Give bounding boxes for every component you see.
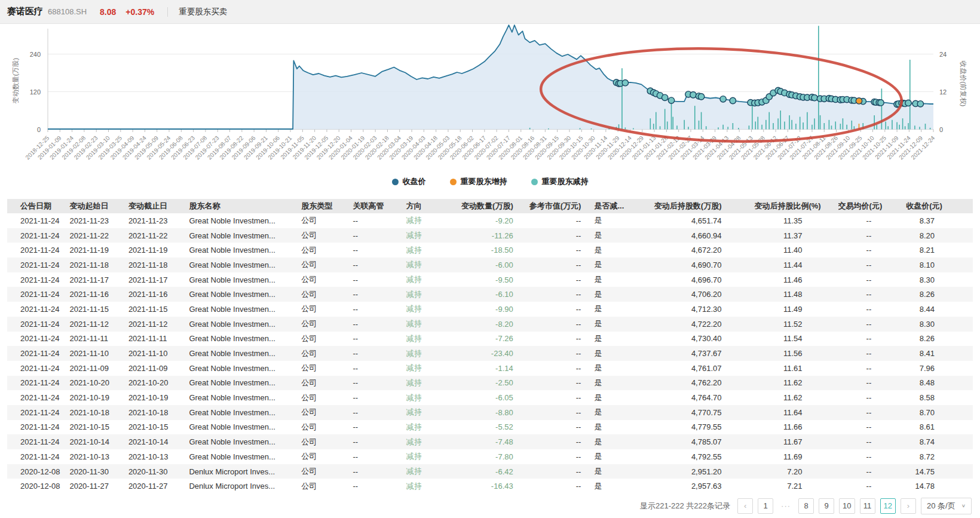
chart-legend: 收盘价重要股东增持重要股东减持 bbox=[0, 176, 980, 187]
column-header[interactable]: 公告日期 bbox=[7, 199, 65, 213]
table-row[interactable]: 2021-11-242021-11-122021-11-12Great Nobl… bbox=[7, 317, 973, 332]
table-cell: 是 bbox=[589, 479, 644, 494]
reduce-event-marker[interactable] bbox=[878, 100, 884, 106]
legend-item-1[interactable]: 重要股东增持 bbox=[450, 176, 507, 187]
table-row[interactable]: 2021-11-242021-10-182021-10-18Great Nobl… bbox=[7, 405, 973, 420]
table-cell: 2021-11-24 bbox=[7, 243, 65, 258]
table-cell: 7.96 bbox=[906, 361, 973, 376]
table-row[interactable]: 2021-11-242021-10-142021-10-14Great Nobl… bbox=[7, 434, 973, 449]
table-cell: -- bbox=[838, 272, 906, 287]
table-cell: 是 bbox=[589, 420, 644, 435]
table-cell: 减持 bbox=[402, 449, 450, 464]
table-cell: -- bbox=[348, 361, 401, 376]
table-cell: Great Noble Investmen... bbox=[184, 272, 296, 287]
shareholder-trading-chart[interactable]: 012024001224变动数量(万股)收盘价(前复权)2018-12-2520… bbox=[0, 24, 980, 199]
page-button-8[interactable]: 8 bbox=[798, 498, 814, 514]
table-row[interactable]: 2021-11-242021-11-112021-11-11Great Nobl… bbox=[7, 332, 973, 347]
table-row[interactable]: 2021-11-242021-11-092021-11-09Great Nobl… bbox=[7, 361, 973, 376]
table-cell: 11.54 bbox=[754, 332, 838, 347]
column-header[interactable]: 变动后持股比例(%) bbox=[754, 199, 838, 213]
table-row[interactable]: 2021-11-242021-10-202021-10-20Great Nobl… bbox=[7, 376, 973, 391]
reduce-event-marker[interactable] bbox=[917, 101, 923, 107]
tab-major-shareholder-trading[interactable]: 重要股东买卖 bbox=[179, 7, 227, 17]
reduce-event-marker[interactable] bbox=[811, 94, 817, 100]
page-ellipsis[interactable]: ··· bbox=[778, 498, 794, 514]
table-cell: 2021-10-19 bbox=[124, 390, 185, 405]
left-axis-tick-label: 120 bbox=[30, 88, 41, 96]
page-button-9[interactable]: 9 bbox=[819, 498, 834, 514]
table-cell: -7.48 bbox=[450, 434, 522, 449]
table-cell: 减持 bbox=[402, 272, 450, 287]
table-cell: -- bbox=[522, 258, 590, 272]
table-cell: -9.50 bbox=[450, 272, 522, 287]
table-cell: 是 bbox=[589, 405, 644, 420]
reduce-event-marker[interactable] bbox=[905, 100, 911, 106]
table-row[interactable]: 2020-12-082020-11-302020-11-30Denlux Mic… bbox=[7, 464, 973, 479]
page-button-12[interactable]: 12 bbox=[880, 498, 896, 514]
table-cell: -- bbox=[838, 243, 906, 258]
column-header[interactable]: 收盘价(元) bbox=[906, 199, 973, 213]
table-cell: 8.48 bbox=[906, 376, 973, 391]
chevron-down-icon: ∨ bbox=[961, 503, 966, 508]
table-cell: 2021-11-18 bbox=[65, 258, 123, 272]
table-row[interactable]: 2021-11-242021-11-192021-11-19Great Nobl… bbox=[7, 243, 973, 258]
table-row[interactable]: 2021-11-242021-11-182021-11-18Great Nobl… bbox=[7, 258, 973, 272]
table-row[interactable]: 2021-11-242021-11-152021-11-15Great Nobl… bbox=[7, 302, 973, 317]
column-header[interactable]: 交易均价(元) bbox=[838, 199, 906, 213]
table-row[interactable]: 2021-11-242021-10-192021-10-19Great Nobl… bbox=[7, 390, 973, 405]
table-cell: 2021-11-11 bbox=[124, 332, 185, 347]
table-cell: Great Noble Investmen... bbox=[184, 434, 296, 449]
table-row[interactable]: 2020-12-082020-11-272020-11-27Denlux Mic… bbox=[7, 479, 973, 494]
table-cell: 公司 bbox=[296, 332, 348, 347]
column-header[interactable]: 变动数量(万股) bbox=[450, 199, 522, 213]
table-cell: -- bbox=[838, 464, 906, 479]
page-button-10[interactable]: 10 bbox=[839, 498, 855, 514]
table-header: 公告日期变动起始日变动截止日股东名称股东类型关联高管方向变动数量(万股)参考市值… bbox=[7, 199, 973, 213]
table-row[interactable]: 2021-11-242021-11-222021-11-22Great Nobl… bbox=[7, 228, 973, 243]
column-header[interactable]: 股东名称 bbox=[184, 199, 296, 213]
legend-item-0[interactable]: 收盘价 bbox=[392, 176, 426, 187]
column-header[interactable]: 变动截止日 bbox=[124, 199, 185, 213]
reduce-event-marker[interactable] bbox=[622, 79, 628, 85]
column-header[interactable]: 变动后持股数(万股) bbox=[644, 199, 755, 213]
column-header[interactable]: 方向 bbox=[402, 199, 450, 213]
table-row[interactable]: 2021-11-242021-11-172021-11-17Great Nobl… bbox=[7, 272, 973, 287]
table-row[interactable]: 2021-11-242021-10-132021-10-13Great Nobl… bbox=[7, 449, 973, 464]
table-cell: -- bbox=[348, 420, 401, 435]
next-page-button[interactable]: › bbox=[901, 498, 916, 514]
table-cell: Great Noble Investmen... bbox=[184, 390, 296, 405]
reduce-event-marker[interactable] bbox=[668, 97, 674, 103]
page-size-select[interactable]: 20 条/页 ∨ bbox=[921, 498, 972, 514]
table-cell: 减持 bbox=[402, 213, 450, 228]
table-row[interactable]: 2021-11-242021-11-232021-11-23Great Nobl… bbox=[7, 213, 973, 228]
table-cell: -9.20 bbox=[450, 213, 522, 228]
prev-page-button[interactable]: ‹ bbox=[737, 498, 753, 514]
table-cell: 4,779.55 bbox=[644, 420, 755, 435]
column-header[interactable]: 参考市值(万元) bbox=[522, 199, 590, 213]
page-size-value: 20 条/页 bbox=[927, 501, 956, 511]
column-header[interactable]: 股东类型 bbox=[296, 199, 348, 213]
column-header[interactable]: 关联高管 bbox=[348, 199, 401, 213]
reduce-event-marker[interactable] bbox=[662, 94, 667, 100]
column-header[interactable]: 变动起始日 bbox=[65, 199, 123, 213]
table-cell: -6.42 bbox=[450, 464, 522, 479]
page-button-1[interactable]: 1 bbox=[758, 498, 773, 514]
reduce-event-marker[interactable] bbox=[690, 92, 696, 98]
increase-event-marker[interactable] bbox=[856, 98, 862, 104]
table-cell: -- bbox=[838, 213, 906, 228]
page-button-11[interactable]: 11 bbox=[860, 498, 875, 514]
reduce-event-marker[interactable] bbox=[730, 97, 736, 103]
column-header[interactable]: 是否减... bbox=[589, 199, 644, 213]
legend-item-2[interactable]: 重要股东减持 bbox=[531, 176, 589, 187]
table-row[interactable]: 2021-11-242021-11-162021-11-16Great Nobl… bbox=[7, 287, 973, 302]
table-cell: 是 bbox=[589, 228, 644, 243]
reduce-event-marker[interactable] bbox=[720, 96, 726, 102]
table-cell: -- bbox=[348, 390, 401, 405]
table-cell: -- bbox=[838, 405, 906, 420]
table-cell: 11.69 bbox=[754, 449, 838, 464]
table-row[interactable]: 2021-11-242021-10-152021-10-15Great Nobl… bbox=[7, 420, 973, 435]
reduce-event-marker[interactable] bbox=[698, 94, 704, 100]
table-cell: 2021-10-15 bbox=[124, 420, 185, 435]
table-row[interactable]: 2021-11-242021-11-102021-11-10Great Nobl… bbox=[7, 346, 973, 361]
table-cell: 2021-11-24 bbox=[7, 302, 65, 317]
